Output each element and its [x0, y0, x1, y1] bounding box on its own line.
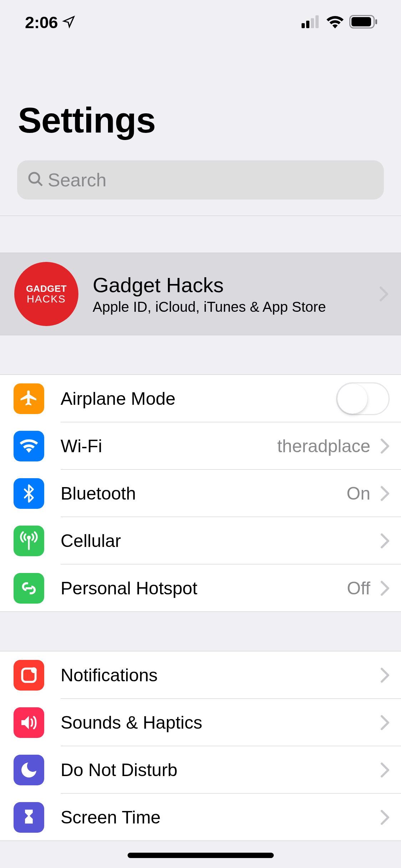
chevron-right-icon	[380, 715, 390, 730]
row-label: Notifications	[61, 665, 377, 686]
account-text: Gadget Hacks Apple ID, iCloud, iTunes & …	[93, 273, 376, 315]
account-subtitle: Apple ID, iCloud, iTunes & App Store	[93, 299, 376, 315]
svg-rect-0	[302, 23, 305, 28]
status-bar: 2:06	[0, 0, 401, 50]
svg-point-10	[28, 536, 30, 538]
row-screen-time[interactable]: Screen Time	[0, 794, 401, 841]
chevron-right-icon	[379, 286, 389, 302]
home-indicator	[128, 853, 274, 858]
speaker-icon	[14, 707, 44, 738]
row-personal-hotspot[interactable]: Personal Hotspot Off	[0, 564, 401, 612]
location-icon	[62, 15, 76, 30]
row-cellular[interactable]: Cellular	[0, 517, 401, 564]
svg-rect-2	[311, 18, 314, 28]
row-do-not-disturb[interactable]: Do Not Disturb	[0, 746, 401, 794]
chevron-right-icon	[380, 438, 390, 454]
svg-rect-6	[375, 19, 377, 24]
wifi-icon	[326, 15, 344, 30]
chevron-right-icon	[380, 810, 390, 825]
status-left: 2:06	[25, 12, 76, 32]
account-name: Gadget Hacks	[93, 273, 376, 297]
row-label: Wi-Fi	[61, 436, 277, 456]
row-wifi[interactable]: Wi-Fi theradplace	[0, 422, 401, 470]
wifi-icon	[14, 431, 44, 461]
row-sounds-haptics[interactable]: Sounds & Haptics	[0, 699, 401, 746]
chevron-right-icon	[380, 486, 390, 501]
row-label: Cellular	[61, 531, 377, 551]
row-label: Sounds & Haptics	[61, 712, 377, 733]
page-title: Settings	[18, 100, 383, 141]
chevron-right-icon	[380, 667, 390, 683]
row-value: theradplace	[277, 436, 370, 456]
notifications-icon	[14, 660, 44, 691]
svg-rect-5	[351, 17, 371, 26]
row-label: Screen Time	[61, 807, 377, 828]
status-right	[302, 15, 378, 30]
hourglass-icon	[14, 802, 44, 833]
status-time: 2:06	[25, 12, 58, 32]
row-label: Personal Hotspot	[61, 578, 347, 599]
cell-signal-icon	[302, 15, 321, 30]
search-wrap	[17, 160, 384, 200]
header-area: Settings	[0, 50, 401, 150]
search-box[interactable]	[17, 160, 384, 200]
row-value: Off	[347, 578, 370, 599]
svg-point-13	[31, 667, 37, 673]
row-bluetooth[interactable]: Bluetooth On	[0, 470, 401, 517]
row-notifications[interactable]: Notifications	[0, 651, 401, 699]
svg-point-7	[29, 173, 39, 183]
svg-rect-3	[315, 15, 319, 28]
hotspot-icon	[14, 573, 44, 604]
airplane-icon	[14, 383, 44, 414]
chevron-right-icon	[380, 580, 390, 596]
svg-line-8	[38, 181, 42, 186]
bluetooth-icon	[14, 478, 44, 509]
search-input[interactable]	[48, 169, 374, 191]
row-label: Airplane Mode	[61, 388, 336, 409]
svg-rect-1	[306, 21, 309, 28]
row-label: Bluetooth	[61, 483, 346, 504]
battery-icon	[349, 15, 378, 30]
airplane-toggle[interactable]	[336, 382, 390, 415]
account-row[interactable]: GADGET HACKS Gadget Hacks Apple ID, iClo…	[0, 253, 401, 335]
settings-group-notifications: Notifications Sounds & Haptics Do Not Di…	[0, 651, 401, 841]
chevron-right-icon	[380, 533, 390, 549]
antenna-icon	[14, 526, 44, 556]
chevron-right-icon	[380, 762, 390, 778]
row-airplane-mode[interactable]: Airplane Mode	[0, 375, 401, 422]
avatar: GADGET HACKS	[14, 262, 78, 326]
row-label: Do Not Disturb	[61, 760, 377, 780]
search-icon	[27, 171, 44, 189]
moon-icon	[14, 755, 44, 785]
row-value: On	[346, 483, 370, 504]
settings-group-connections: Airplane Mode Wi-Fi theradplace Bluetoot…	[0, 374, 401, 612]
